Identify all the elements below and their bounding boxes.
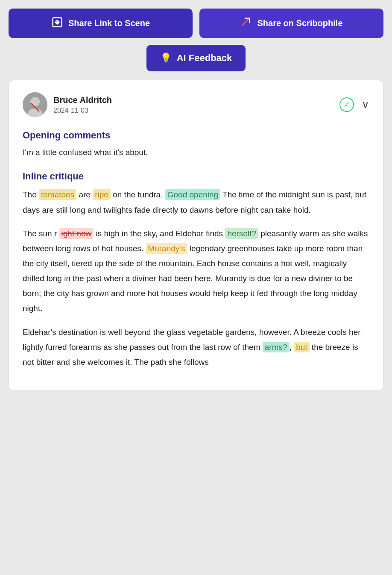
highlight-murandy: Murandy's <box>146 243 187 254</box>
ai-feedback-row: 💡 AI Feedback <box>9 45 383 80</box>
avatar <box>23 92 47 117</box>
user-name: Bruce Aldritch <box>53 95 112 105</box>
svg-line-2 <box>243 18 249 25</box>
opening-comments-text: I'm a little confused what it's about. <box>23 146 369 159</box>
lightbulb-icon: 💡 <box>160 53 172 64</box>
highlight-good-opening: Good opening <box>165 189 220 200</box>
chevron-down-icon[interactable]: ∨ <box>362 99 369 111</box>
share-scribophile-button[interactable]: Share on Scribophile <box>199 9 383 38</box>
highlight-tomatoes: tomatoes <box>39 189 76 200</box>
text-start-2: The sun r <box>23 229 59 238</box>
user-details: Bruce Aldritch 2024-11-03 <box>53 95 112 114</box>
text-mid-2: on the tundra. <box>111 190 165 199</box>
check-circle-button[interactable]: ✓ <box>339 97 354 112</box>
scribophile-icon <box>240 16 252 30</box>
user-date: 2024-11-03 <box>53 107 112 114</box>
highlight-but: but <box>294 342 309 352</box>
share-scribophile-label: Share on Scribophile <box>257 18 342 28</box>
user-header: Bruce Aldritch 2024-11-03 ✓ ∨ <box>23 92 369 117</box>
svg-point-6 <box>30 97 40 106</box>
text-end-2: legendary greenhouses take up more room … <box>23 244 363 313</box>
user-info: Bruce Aldritch 2024-11-03 <box>23 92 112 117</box>
text-block-2: The sun r ight now is high in the sky, a… <box>23 226 369 316</box>
highlight-herself: herself? <box>225 228 258 239</box>
share-link-icon <box>51 16 63 30</box>
text-mid-2a: is high in the sky, and Eldehar finds <box>94 229 225 238</box>
ai-feedback-button[interactable]: 💡 AI Feedback <box>146 45 246 71</box>
highlight-ripe: ripe <box>93 189 111 200</box>
share-link-button[interactable]: Share Link to Scene <box>9 9 193 38</box>
share-link-label: Share Link to Scene <box>68 18 150 28</box>
highlight-ight-now: ight now <box>59 228 94 239</box>
highlight-arms: arms? <box>263 342 290 352</box>
ai-feedback-label: AI Feedback <box>177 53 232 64</box>
text-mid-3: , <box>290 343 294 352</box>
top-button-row: Share Link to Scene Share on Scribophile <box>9 9 383 38</box>
text-block-1: The tomatoes are ripe on the tundra. Goo… <box>23 187 369 217</box>
header-actions: ✓ ∨ <box>339 97 369 112</box>
text-block-3: Eldehar's destination is well beyond the… <box>23 325 369 370</box>
feedback-card: Bruce Aldritch 2024-11-03 ✓ ∨ Opening co… <box>9 80 383 390</box>
text-mid-1: are <box>76 190 93 199</box>
inline-critique-section: Inline critique The tomatoes are ripe on… <box>23 171 369 370</box>
opening-comments-title: Opening comments <box>23 130 369 141</box>
inline-critique-title: Inline critique <box>23 171 369 182</box>
text-before-1: The <box>23 190 39 199</box>
